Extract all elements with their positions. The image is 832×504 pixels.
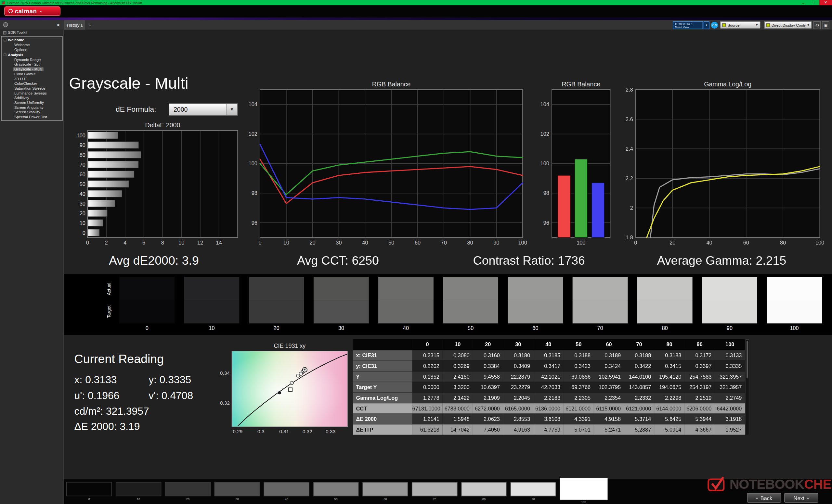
pattern-patch-80[interactable] (461, 482, 507, 496)
add-tab-button[interactable]: + (86, 20, 94, 30)
pattern-patch-label: 30 (214, 497, 260, 500)
pattern-patch-90[interactable] (511, 482, 556, 496)
table-cell: 2.2519 (684, 392, 715, 403)
svg-text:100: 100 (541, 161, 549, 166)
pattern-patch-label: 100 (560, 500, 607, 504)
sidebar-item-grayscale-2pt[interactable]: Grayscale - 2pt (2, 62, 62, 67)
pattern-patch-20[interactable] (165, 482, 211, 496)
sidebar-item-screen-uniformity[interactable]: Screen Uniformity (2, 100, 62, 105)
pattern-patch-50[interactable] (313, 482, 359, 496)
grayscale-swatch-60 (508, 277, 563, 324)
table-row-e-itp[interactable]: ΔE ITP61.521814.70427.40504.91634.77595.… (353, 424, 745, 435)
svg-text:80: 80 (780, 240, 786, 246)
table-row-y-cie31[interactable]: y: CIE310.22020.32690.33840.34090.34170.… (353, 361, 745, 371)
tree-expander-icon[interactable]: - (4, 39, 6, 41)
table-header-cell: 60 (594, 339, 624, 350)
swatch-actual-half (249, 277, 304, 300)
source-dropdown[interactable]: Source ▼ (720, 21, 760, 29)
pattern-patch-40[interactable] (264, 482, 309, 496)
sidebar-item-3d-lut[interactable]: 3D LUT (2, 76, 62, 81)
tab-history-1[interactable]: History 1 (64, 20, 86, 30)
swatch-level-label: 0 (119, 325, 175, 331)
minimize-button[interactable]: – (798, 0, 809, 5)
collapse-sidebar-icon[interactable]: ◀ (55, 22, 61, 28)
table-cell: 3.6108 (533, 413, 564, 424)
pattern-patch-0[interactable] (66, 482, 112, 496)
sidebar-section-analysis[interactable]: -Analysis (2, 52, 62, 57)
swatch-target-half (443, 300, 498, 324)
svg-text:10: 10 (178, 240, 184, 246)
pattern-patch-70[interactable] (412, 482, 457, 496)
table-row-x-cie31[interactable]: x: CIE310.23150.30800.31600.31800.31850.… (353, 350, 745, 361)
sidebar-item-welcome[interactable]: Welcome (2, 43, 62, 48)
table-cell: 0.3417 (533, 361, 564, 371)
table-header-cell: 0 (412, 339, 443, 350)
back-button[interactable]: « Back (747, 493, 781, 502)
tree-expander-icon[interactable]: - (4, 53, 6, 56)
pattern-patch-label: 10 (116, 497, 161, 500)
table-row-target-y[interactable]: Target Y0.00003.320010.639723.227942.703… (353, 382, 745, 393)
grayscale-swatch-70 (573, 277, 628, 324)
table-cell: 2.1422 (443, 392, 473, 403)
sidebar-item-additivity[interactable]: Additivity (2, 95, 62, 100)
grayscale-swatch-30 (314, 277, 369, 324)
close-button[interactable]: ✕ (819, 0, 832, 5)
panel-icon[interactable]: ▣ (822, 21, 829, 29)
sidebar-item-options[interactable]: Options (2, 48, 62, 52)
sidebar-item-label: Luminance Sweeps (13, 91, 48, 94)
sidebar-item-luminance-sweeps[interactable]: Luminance Sweeps (2, 91, 62, 95)
swatch-target-half (573, 300, 628, 324)
table-scrollbar[interactable] (746, 339, 749, 436)
sidebar-item-grayscale-multi[interactable]: Grayscale - Multi (2, 66, 62, 72)
display-control-dropdown[interactable]: Direct Display Control ▼ (764, 21, 812, 29)
svg-text:96: 96 (543, 220, 549, 226)
table-header-cell: 90 (684, 339, 715, 350)
pattern-patch-label: 70 (412, 497, 457, 500)
table-cell: 5.6425 (654, 413, 684, 424)
pattern-patch-30[interactable] (214, 482, 260, 496)
meter-selector[interactable]: X-Rite i1Pro 2 Direct View (673, 21, 703, 29)
sidebar-item-colorchecker[interactable]: ColorChecker (2, 81, 62, 86)
next-arrow-icon: » (807, 496, 809, 500)
table-cell: 102.5941 (594, 371, 624, 382)
svg-text:104: 104 (249, 101, 257, 107)
table-cell: 3.1918 (715, 413, 745, 424)
reading-y: y: 0.3335 (149, 374, 191, 386)
calman-menu-button[interactable]: calman ▾ (4, 6, 60, 16)
table-row-e-2000[interactable]: ΔE 20001.21411.59482.06232.85533.61084.3… (353, 413, 745, 424)
table-row-gamma-log-log[interactable]: Gamma Log/Log1.27782.14222.19092.20452.2… (353, 392, 745, 403)
sidebar-item-screen-stability[interactable]: Screen Stability (2, 110, 62, 115)
sidebar-item-label: Grayscale - Multi (13, 67, 43, 71)
meter-line1: X-Rite i1Pro 2 (675, 22, 703, 26)
gear-icon[interactable]: ⚙ (813, 21, 821, 29)
svg-text:104: 104 (541, 101, 549, 107)
scrollbar-thumb[interactable] (747, 341, 748, 378)
table-cell: 0.3424 (594, 361, 624, 371)
swatch-level-label: 30 (314, 325, 369, 331)
window-titlebar: Calman 2025 Calman Ultimate for Business… (0, 0, 832, 5)
svg-text:20: 20 (670, 240, 675, 246)
table-row-cct[interactable]: CCT67131.00006783.00006272.00006165.0000… (353, 403, 745, 414)
table-cell: 0.3188 (624, 350, 654, 361)
meter-dropdown-icon[interactable]: ▾ (704, 21, 709, 29)
pattern-patch-60[interactable] (362, 482, 408, 496)
svg-text:1.8: 1.8 (626, 234, 633, 240)
table-row-label: ΔE ITP (353, 424, 412, 435)
target-row-label: Target (106, 300, 111, 324)
table-cell: 2.8553 (503, 413, 533, 424)
pattern-patch-100[interactable] (560, 478, 607, 500)
table-row-y[interactable]: Y0.18522.41509.455822.287942.102169.0856… (353, 371, 745, 382)
sidebar-item-screen-angularity[interactable]: Screen Angularity (2, 105, 62, 110)
sidebar-item-dynamic-range[interactable]: Dynamic Range (2, 57, 62, 62)
de-formula-dropdown[interactable]: 2000 ▼ (169, 103, 238, 116)
sidebar-item-spectral-power-dist[interactable]: Spectral Power Dist. (2, 114, 62, 119)
sidebar-item-color-gamut[interactable]: Color Gamut (2, 72, 62, 76)
pattern-patch-10[interactable] (116, 482, 161, 496)
sidebar-item-saturation-sweeps[interactable]: Saturation Sweeps (2, 86, 62, 91)
table-cell: 2.2749 (715, 392, 745, 403)
workspace-icon[interactable] (3, 22, 8, 27)
maximize-button[interactable]: □ (809, 0, 819, 5)
sidebar-section-welcome[interactable]: -Welcome (2, 38, 62, 43)
next-button[interactable]: Next » (784, 493, 818, 502)
display-dropdown-label: Direct Display Control (772, 22, 805, 27)
